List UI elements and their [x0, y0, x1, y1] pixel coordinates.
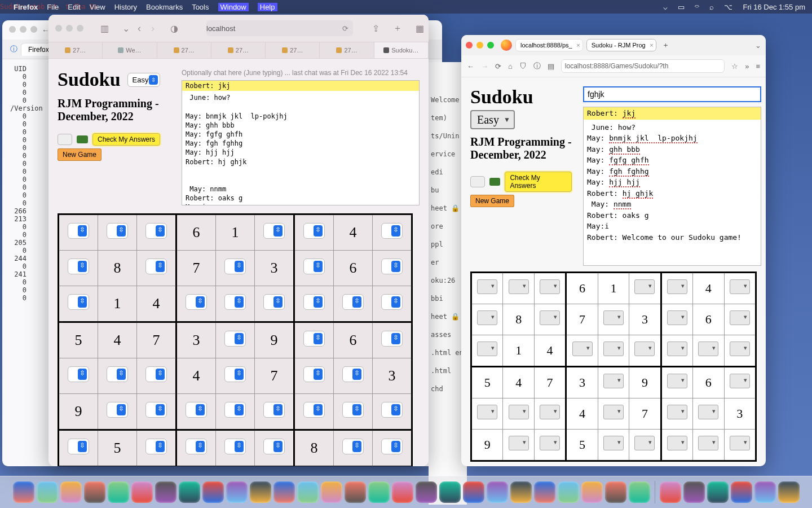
- sudoku-cell-select[interactable]: [303, 294, 325, 310]
- dock-app[interactable]: [510, 481, 532, 503]
- new-game-button[interactable]: New Game: [470, 195, 514, 207]
- dock-app[interactable]: [37, 481, 58, 503]
- dock-app[interactable]: [754, 481, 776, 503]
- safari-address-bar[interactable]: localhost ⟳: [206, 20, 353, 36]
- dock-app[interactable]: [155, 481, 176, 503]
- sudoku-cell-select[interactable]: [107, 366, 128, 382]
- sudoku-cell-select[interactable]: [540, 405, 560, 419]
- dock-app[interactable]: [731, 481, 752, 503]
- dock-app[interactable]: [558, 481, 579, 503]
- sudoku-cell-select[interactable]: [381, 402, 403, 418]
- firefox-tab[interactable]: localhost:8888/ps_×: [515, 39, 583, 51]
- sudoku-cell-select[interactable]: [477, 341, 497, 356]
- sudoku-cell-select[interactable]: [603, 405, 624, 419]
- dock-app[interactable]: [297, 481, 319, 503]
- sudoku-cell-select[interactable]: [68, 439, 89, 454]
- dock-app[interactable]: [273, 481, 295, 503]
- dock-app[interactable]: [629, 481, 650, 503]
- dock-app[interactable]: [226, 481, 248, 503]
- check-answers-button[interactable]: Check My Answers: [505, 172, 572, 192]
- close-icon[interactable]: ×: [576, 42, 580, 49]
- cookie-icon[interactable]: [77, 135, 88, 143]
- battery-icon[interactable]: ▭: [678, 3, 685, 11]
- dock-app[interactable]: [321, 481, 342, 503]
- sudoku-cell-select[interactable]: [603, 436, 624, 450]
- sudoku-cell-select[interactable]: [342, 402, 364, 418]
- sudoku-cell-select[interactable]: [730, 310, 750, 325]
- sudoku-cell-select[interactable]: [381, 259, 403, 274]
- sudoku-cell-select[interactable]: [634, 279, 655, 294]
- menu-file[interactable]: File: [47, 3, 59, 11]
- sudoku-cell-select[interactable]: [381, 223, 403, 239]
- sudoku-cell-select[interactable]: [603, 374, 624, 388]
- menubar-clock[interactable]: Fri 16 Dec 1:55 pm: [743, 3, 805, 11]
- difficulty-select[interactable]: Easy ▼: [470, 110, 515, 129]
- reload-icon[interactable]: ⟳: [342, 24, 348, 33]
- sudoku-cell-select[interactable]: [603, 310, 624, 325]
- dock-app[interactable]: [84, 481, 105, 503]
- sudoku-cell-select[interactable]: [477, 405, 497, 419]
- sudoku-cell-select[interactable]: [263, 439, 285, 454]
- sudoku-cell-select[interactable]: [667, 310, 687, 325]
- sudoku-cell-select[interactable]: [145, 259, 167, 274]
- sudoku-cell-select[interactable]: [698, 341, 718, 356]
- overflow-icon[interactable]: »: [745, 62, 749, 71]
- tabs-dropdown-icon[interactable]: ⌄: [755, 41, 761, 50]
- sudoku-cell-select[interactable]: [342, 366, 364, 382]
- sudoku-cell-select[interactable]: [145, 402, 167, 418]
- dock-app[interactable]: [60, 481, 82, 503]
- dock-app[interactable]: [250, 481, 271, 503]
- sudoku-cell-select[interactable]: [509, 405, 529, 419]
- difficulty-select[interactable]: Easy ⇳: [127, 73, 161, 87]
- sudoku-cell-select[interactable]: [698, 436, 718, 450]
- shield-icon[interactable]: ◑: [170, 23, 178, 34]
- sudoku-cell-select[interactable]: [342, 294, 364, 310]
- sudoku-cell-select[interactable]: [667, 279, 687, 294]
- sudoku-cell-select[interactable]: [540, 436, 560, 450]
- chat-log[interactable]: Robert: jkj June: how?May: bnmjk jkl lp-…: [583, 107, 761, 266]
- cookie-icon[interactable]: [489, 178, 501, 186]
- menu-edit[interactable]: Edit: [68, 3, 80, 11]
- firefox-tab-active[interactable]: Sudoku - RJM Prog×: [586, 39, 656, 51]
- dock-app[interactable]: [345, 481, 366, 503]
- dock-app[interactable]: [202, 481, 224, 503]
- sudoku-cell-select[interactable]: [224, 439, 246, 454]
- back-icon[interactable]: ←: [467, 62, 474, 71]
- keyboard-icon[interactable]: [470, 176, 485, 187]
- menu-window[interactable]: Window: [218, 3, 249, 11]
- dock-app[interactable]: [439, 481, 461, 503]
- sudoku-cell-select[interactable]: [224, 402, 246, 418]
- sudoku-cell-select[interactable]: [145, 366, 167, 382]
- sudoku-cell-select[interactable]: [509, 436, 529, 450]
- dock-app[interactable]: [416, 481, 437, 503]
- sudoku-cell-select[interactable]: [68, 259, 89, 274]
- sudoku-cell-select[interactable]: [68, 223, 89, 239]
- sudoku-cell-select[interactable]: [186, 439, 207, 454]
- dock-app[interactable]: [179, 481, 200, 503]
- sudoku-cell-select[interactable]: [303, 259, 325, 274]
- menu-view[interactable]: View: [90, 3, 105, 11]
- dock-app[interactable]: [581, 481, 603, 503]
- sudoku-cell-select[interactable]: [68, 294, 89, 310]
- check-answers-button[interactable]: Check My Answers: [92, 133, 160, 146]
- sudoku-cell-select[interactable]: [186, 402, 207, 418]
- new-tab-icon[interactable]: ＋: [662, 40, 669, 50]
- sudoku-cell-select[interactable]: [509, 279, 529, 294]
- sudoku-cell-select[interactable]: [667, 341, 687, 356]
- menu-bookmarks[interactable]: Bookmarks: [146, 3, 183, 11]
- sudoku-cell-select[interactable]: [667, 436, 687, 450]
- sudoku-cell-select[interactable]: [224, 331, 246, 347]
- bookmark-icon[interactable]: ☆: [731, 62, 738, 71]
- dock-app[interactable]: [605, 481, 626, 503]
- dock-app[interactable]: [534, 481, 555, 503]
- sudoku-cell-select[interactable]: [381, 439, 403, 454]
- dock-app[interactable]: [683, 481, 705, 503]
- sudoku-cell-select[interactable]: [303, 331, 325, 347]
- reload-icon[interactable]: ⟳: [495, 62, 501, 71]
- sudoku-cell-select[interactable]: [303, 223, 325, 239]
- menubar-app[interactable]: Firefox: [14, 3, 38, 11]
- sidebar-icon[interactable]: ▥: [100, 23, 109, 34]
- hamburger-icon[interactable]: ≡: [756, 62, 760, 71]
- sudoku-cell-select[interactable]: [263, 223, 285, 239]
- sudoku-cell-select[interactable]: [634, 341, 655, 356]
